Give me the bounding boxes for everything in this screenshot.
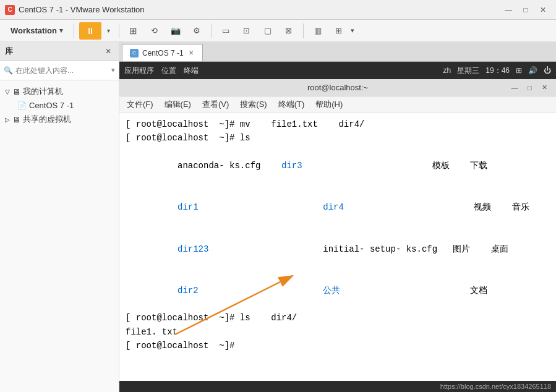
snapshot-icon: ⊞	[129, 25, 137, 36]
pause-dropdown-button[interactable]: ▾	[104, 22, 114, 40]
vm-tab-label: CentOS 7 -1	[142, 49, 184, 58]
chevron-down-icon: ▽	[5, 88, 10, 95]
network-icon[interactable]: ⊞	[516, 66, 522, 75]
snapshot-manager-button[interactable]: 📷	[166, 22, 185, 40]
terminal-close-button[interactable]: ✕	[537, 82, 551, 93]
sidebar-header-label: 库	[5, 46, 13, 57]
search-dropdown-icon[interactable]: ▾	[111, 66, 115, 74]
terminal-win-controls: — □ ✕	[508, 82, 551, 93]
view-stretch-button[interactable]: ⊠	[280, 22, 298, 40]
view-fullscreen-button[interactable]: ⊡	[237, 22, 256, 40]
terminal-menu-view[interactable]: 查看(V)	[197, 98, 234, 111]
terminal-line-9: [ root@localhost ~]#	[126, 339, 550, 352]
view-more-dropdown: ▾	[351, 27, 354, 35]
centos-topbar: 应用程序 位置 终端 zh 星期三 19：46 ⊞ 🔊 ⏻	[119, 62, 556, 79]
view-unity-button[interactable]: ▢	[259, 22, 277, 40]
terminal-menubar: 文件(F) 编辑(E) 查看(V) 搜索(S) 终端(T) 帮助(H)	[119, 96, 556, 113]
minimize-button[interactable]: —	[500, 4, 516, 16]
revert-button[interactable]: ⟲	[145, 22, 164, 40]
sidebar-search-bar[interactable]: 🔍 ▾	[0, 61, 119, 80]
terminal-maximize-button[interactable]: □	[523, 82, 536, 93]
centos-places-menu[interactable]: 位置	[161, 66, 176, 76]
terminal-line-1: [ root@localhost ~]# mv file1.txt dir4/	[126, 117, 550, 131]
terminal-line-6: dir2 公共 文档	[126, 270, 550, 311]
revert-icon: ⟲	[151, 26, 158, 35]
computer-icon: 🖥	[12, 87, 20, 96]
shared-vms-label: 共享的虚拟机	[23, 114, 71, 125]
terminal-line-8: file1. txt	[126, 325, 550, 339]
terminal-menu-search[interactable]: 搜索(S)	[235, 98, 272, 111]
terminal-menu-file[interactable]: 文件(F)	[122, 98, 158, 111]
settings-icon: ⚙	[193, 26, 200, 35]
sound-icon[interactable]: 🔊	[528, 66, 537, 75]
shared-icon: 🖥	[12, 115, 20, 124]
search-icon: 🔍	[4, 66, 13, 75]
centos-topbar-right: zh 星期三 19：46 ⊞ 🔊 ⏻	[443, 66, 551, 76]
sidebar-header: 库 ✕	[0, 42, 119, 61]
console-button[interactable]: ▥	[309, 22, 327, 40]
watermark-bar: https://blog.csdn.net/cyx1834265118	[119, 381, 556, 392]
terminal-titlebar: root@localhost:~ — □ ✕	[119, 79, 556, 96]
watermark-text: https://blog.csdn.net/cyx1834265118	[440, 383, 551, 390]
my-computer-label: 我的计算机	[23, 86, 63, 97]
view-vm-button[interactable]: ▭	[216, 22, 235, 40]
terminal-line-3: anaconda- ks.cfg dir3 模板 下载	[126, 145, 550, 187]
workstation-dropdown-icon: ▾	[59, 27, 63, 35]
sidebar-close-button[interactable]: ✕	[103, 46, 114, 57]
settings-button[interactable]: ⚙	[187, 22, 206, 40]
vm-tab-close[interactable]: ✕	[187, 49, 195, 57]
vm-area: C CentOS 7 -1 ✕ 应用程序 位置 终端 zh 星期三 19：46 …	[119, 42, 556, 392]
window-controls: — □ ✕	[500, 4, 551, 16]
centos-day: 星期三	[457, 66, 479, 76]
view-more-button[interactable]: ⊞	[330, 22, 348, 40]
vm-tab-centos[interactable]: C CentOS 7 -1 ✕	[122, 44, 203, 61]
window-title: CentOS 7 -1 - VMware Workstation	[19, 5, 500, 14]
sidebar-item-shared-vms[interactable]: ▷ 🖥 共享的虚拟机	[0, 112, 119, 127]
sidebar-item-centos[interactable]: 📄 CentOS 7 -1	[0, 99, 119, 112]
snapshot-button[interactable]: ⊞	[124, 22, 143, 40]
pause-icon: ⏸	[86, 26, 95, 36]
vm-tab-icon: C	[130, 49, 139, 58]
vm-icon: 📄	[17, 101, 27, 110]
chevron-right-icon: ▷	[5, 116, 10, 123]
pause-button[interactable]: ⏸	[79, 22, 101, 40]
main-content: 库 ✕ 🔍 ▾ ▽ 🖥 我的计算机 📄 CentOS 7 -1 ▷	[0, 42, 556, 392]
vmware-menubar: Workstation ▾ ⏸ ▾ ⊞ ⟲ 📷 ⚙ ▭ ⊡ ▢ ⊠ ▥ ⊞ ▾	[0, 20, 556, 42]
terminal-line-7: [ root@localhost ~]# ls dir4/	[126, 311, 550, 325]
my-computer-group: ▽ 🖥 我的计算机 📄 CentOS 7 -1 ▷ 🖥 共享的虚拟机	[0, 83, 119, 128]
terminal-title: root@localhost:~	[307, 83, 368, 92]
centos-vm-label: CentOS 7 -1	[29, 101, 74, 110]
toolbar-separator-2	[119, 23, 119, 38]
sidebar-tree: ▽ 🖥 我的计算机 📄 CentOS 7 -1 ▷ 🖥 共享的虚拟机	[0, 80, 119, 392]
sidebar: 库 ✕ 🔍 ▾ ▽ 🖥 我的计算机 📄 CentOS 7 -1 ▷	[0, 42, 119, 392]
terminal-menu-edit[interactable]: 编辑(E)	[160, 98, 196, 111]
restore-button[interactable]: □	[518, 4, 534, 16]
toolbar-separator-3	[211, 23, 212, 38]
sidebar-item-my-computer[interactable]: ▽ 🖥 我的计算机	[0, 84, 119, 99]
centos-apps-menu[interactable]: 应用程序	[124, 66, 154, 76]
toolbar-separator-1	[74, 23, 74, 38]
search-input[interactable]	[15, 66, 109, 75]
app-icon: C	[5, 5, 15, 15]
terminal-line-4: dir1 dir4 视频 音乐	[126, 187, 550, 228]
centos-lang: zh	[443, 66, 451, 75]
terminal-line-5: dir123 initial- setup- ks.cfg 图片 桌面	[126, 228, 550, 270]
terminal-minimize-button[interactable]: —	[508, 82, 521, 93]
vm-tabbar: C CentOS 7 -1 ✕	[119, 42, 556, 62]
centos-time: 19：46	[485, 66, 510, 76]
title-bar: C CentOS 7 -1 - VMware Workstation — □ ✕	[0, 0, 556, 20]
terminal-menu-help[interactable]: 帮助(H)	[310, 98, 348, 111]
workstation-menu[interactable]: Workstation ▾	[5, 23, 69, 38]
power-icon[interactable]: ⏻	[544, 66, 551, 75]
terminal-body[interactable]: [ root@localhost ~]# mv file1.txt dir4/ …	[119, 113, 556, 381]
terminal-line-2: [ root@localhost ~]# ls	[126, 131, 550, 145]
close-button[interactable]: ✕	[535, 4, 551, 16]
terminal-menu-terminal[interactable]: 终端(T)	[273, 98, 310, 111]
snapshot-manager-icon: 📷	[171, 26, 181, 35]
centos-terminal-menu[interactable]: 终端	[184, 66, 199, 76]
toolbar-separator-4	[303, 23, 304, 38]
terminal-window: root@localhost:~ — □ ✕ 文件(F) 编辑(E) 查看(V)…	[119, 79, 556, 392]
